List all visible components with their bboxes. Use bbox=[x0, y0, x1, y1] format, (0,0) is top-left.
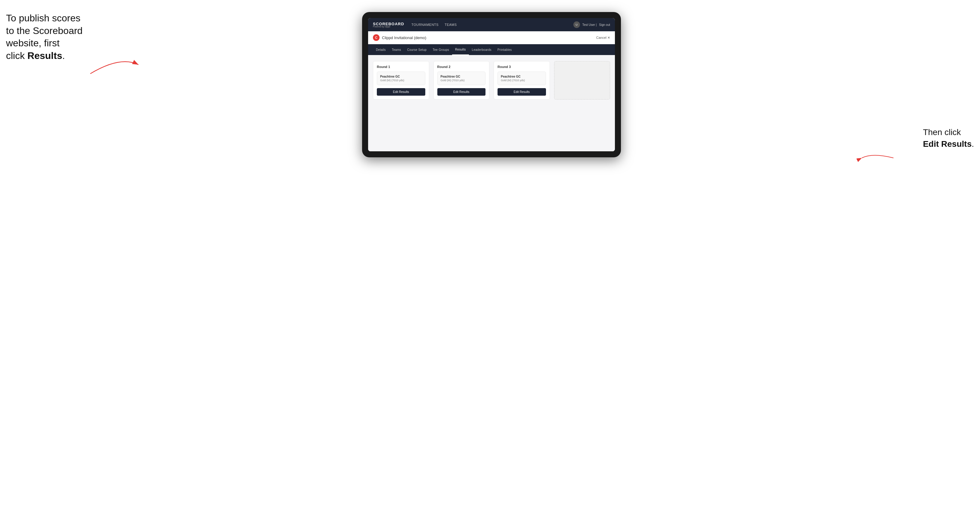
round-1-course-name: Peachtree GC bbox=[380, 75, 422, 78]
round-4-column-empty bbox=[554, 61, 610, 100]
tab-printables[interactable]: Printables bbox=[495, 44, 515, 55]
tab-details[interactable]: Details bbox=[373, 44, 389, 55]
round-3-course-details: Gold (M) (7010 yds) bbox=[501, 79, 542, 82]
round-2-course-details: Gold (M) (7010 yds) bbox=[441, 79, 482, 82]
round-1-course-details: Gold (M) (7010 yds) bbox=[380, 79, 422, 82]
round-3-course-name: Peachtree GC bbox=[501, 75, 542, 78]
navbar-links: TOURNAMENTS TEAMS bbox=[412, 22, 573, 28]
round-1-course-card: Peachtree GC Gold (M) (7010 yds) bbox=[377, 71, 425, 85]
round-1-edit-results-button[interactable]: Edit Results bbox=[377, 88, 425, 96]
navbar-right: U Test User | Sign out bbox=[573, 21, 610, 28]
round-1-column: Round 1 Peachtree GC Gold (M) (7010 yds)… bbox=[373, 61, 429, 100]
app-logo: SCOREBOARD Powered by clippd bbox=[373, 22, 404, 28]
cancel-button[interactable]: Cancel ✕ bbox=[596, 36, 610, 40]
tablet-device: SCOREBOARD Powered by clippd TOURNAMENTS… bbox=[362, 12, 621, 157]
tab-leaderboards[interactable]: Leaderboards bbox=[469, 44, 495, 55]
tab-results[interactable]: Results bbox=[452, 44, 469, 55]
tab-course-setup[interactable]: Course Setup bbox=[404, 44, 430, 55]
round-2-column: Round 2 Peachtree GC Gold (M) (7010 yds)… bbox=[433, 61, 490, 100]
user-name: Test User | bbox=[582, 23, 597, 27]
round-3-title: Round 3 bbox=[498, 65, 546, 68]
user-avatar: U bbox=[573, 21, 580, 28]
round-2-course-name: Peachtree GC bbox=[441, 75, 482, 78]
rounds-grid: Round 1 Peachtree GC Gold (M) (7010 yds)… bbox=[373, 61, 610, 100]
round-1-title: Round 1 bbox=[377, 65, 425, 68]
nav-teams[interactable]: TEAMS bbox=[445, 22, 457, 28]
round-3-course-card: Peachtree GC Gold (M) (7010 yds) bbox=[498, 71, 546, 85]
signout-link[interactable]: Sign out bbox=[599, 23, 610, 27]
round-2-course-card: Peachtree GC Gold (M) (7010 yds) bbox=[438, 71, 486, 85]
annotation-right-text: Then click Edit Results. bbox=[923, 126, 974, 150]
round-3-column: Round 3 Peachtree GC Gold (M) (7010 yds)… bbox=[493, 61, 550, 100]
navbar: SCOREBOARD Powered by clippd TOURNAMENTS… bbox=[368, 18, 615, 31]
annotation-left-text: To publish scores to the Scoreboard webs… bbox=[6, 12, 83, 62]
left-arrow-annotation bbox=[84, 50, 145, 80]
sub-nav-tabs: Details Teams Course Setup Tee Groups Re… bbox=[368, 44, 615, 55]
tab-teams[interactable]: Teams bbox=[389, 44, 404, 55]
logo-sub-text: Powered by clippd bbox=[373, 25, 404, 28]
tournament-name: Clippd Invitational (demo) bbox=[382, 35, 426, 40]
round-2-title: Round 2 bbox=[438, 65, 486, 68]
tournament-logo-icon: C bbox=[373, 34, 380, 41]
results-content: Round 1 Peachtree GC Gold (M) (7010 yds)… bbox=[368, 55, 615, 151]
nav-tournaments[interactable]: TOURNAMENTS bbox=[412, 22, 439, 28]
right-arrow-annotation bbox=[857, 148, 899, 168]
tab-tee-groups[interactable]: Tee Groups bbox=[430, 44, 452, 55]
tablet-screen: SCOREBOARD Powered by clippd TOURNAMENTS… bbox=[368, 18, 615, 151]
tournament-header: C Clippd Invitational (demo) Cancel ✕ bbox=[368, 31, 615, 44]
round-3-edit-results-button[interactable]: Edit Results bbox=[498, 88, 546, 96]
round-2-edit-results-button[interactable]: Edit Results bbox=[438, 88, 486, 96]
